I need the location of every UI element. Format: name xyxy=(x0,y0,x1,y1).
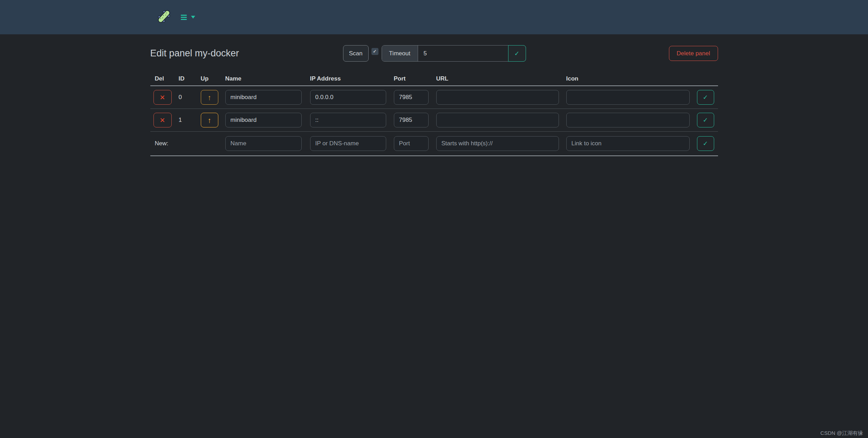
app-logo[interactable] xyxy=(156,9,172,26)
url-input[interactable] xyxy=(436,90,559,105)
move-up-button[interactable]: ↑ xyxy=(201,113,218,127)
header-id: ID xyxy=(179,75,201,82)
ip-input[interactable] xyxy=(310,90,386,105)
timeout-confirm-button[interactable]: ✓ xyxy=(508,45,526,62)
name-input[interactable] xyxy=(225,113,302,127)
skateboard-icon xyxy=(156,9,172,26)
icon-input[interactable] xyxy=(566,90,690,105)
new-ip-input[interactable] xyxy=(310,136,386,151)
header-del: Del xyxy=(150,75,179,82)
hamburger-icon xyxy=(181,15,187,20)
new-row-label: New: xyxy=(150,140,225,147)
navbar-menu-toggle[interactable] xyxy=(181,15,195,20)
header-url: URL xyxy=(436,75,566,82)
table-header: Del ID Up Name IP Address Port URL Icon xyxy=(150,75,718,86)
port-input[interactable] xyxy=(394,90,429,105)
new-port-input[interactable] xyxy=(394,136,429,151)
table-row: ✕ 0 ↑ ✓ xyxy=(150,86,718,109)
scan-button[interactable]: Scan xyxy=(343,45,369,62)
page-title: Edit panel my-docker xyxy=(150,45,343,62)
timeout-label: Timeout xyxy=(382,46,418,61)
url-input[interactable] xyxy=(436,113,559,127)
delete-row-button[interactable]: ✕ xyxy=(153,90,172,105)
toolbar: Edit panel my-docker Scan ✓ Timeout ✓ De… xyxy=(150,45,718,62)
watermark: CSDN @江湖有缘 xyxy=(820,430,863,437)
confirm-row-button[interactable]: ✓ xyxy=(697,90,714,105)
scan-checkbox[interactable]: ✓ xyxy=(371,48,378,55)
navbar xyxy=(0,0,868,34)
new-url-input[interactable] xyxy=(436,136,559,151)
port-input[interactable] xyxy=(394,113,429,127)
name-input[interactable] xyxy=(225,90,302,105)
header-up: Up xyxy=(201,75,225,82)
chevron-down-icon xyxy=(191,16,195,19)
timeout-group: Timeout ✓ xyxy=(382,45,526,62)
header-name: Name xyxy=(225,75,310,82)
delete-row-button[interactable]: ✕ xyxy=(153,113,172,127)
row-id: 1 xyxy=(179,117,201,124)
confirm-new-row-button[interactable]: ✓ xyxy=(697,136,714,151)
row-id: 0 xyxy=(179,94,201,101)
ip-input[interactable] xyxy=(310,113,386,127)
header-icon: Icon xyxy=(566,75,697,82)
new-name-input[interactable] xyxy=(225,136,302,151)
icon-input[interactable] xyxy=(566,113,690,127)
confirm-row-button[interactable]: ✓ xyxy=(697,113,714,127)
header-ip: IP Address xyxy=(310,75,394,82)
new-icon-input[interactable] xyxy=(566,136,690,151)
header-port: Port xyxy=(394,75,436,82)
timeout-input[interactable] xyxy=(418,46,508,61)
delete-panel-button[interactable]: Delete panel xyxy=(669,46,718,61)
move-up-button[interactable]: ↑ xyxy=(201,90,218,105)
main-content: Edit panel my-docker Scan ✓ Timeout ✓ De… xyxy=(150,45,718,156)
table-row: ✕ 1 ↑ ✓ xyxy=(150,109,718,132)
new-entry-row: New: ✓ xyxy=(150,132,718,156)
